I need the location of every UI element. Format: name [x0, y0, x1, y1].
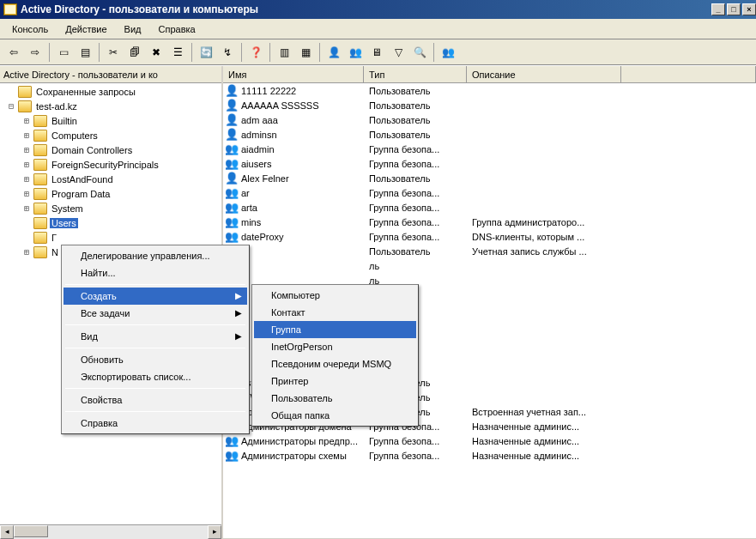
- forward-icon[interactable]: ⇨: [25, 42, 45, 63]
- tree-item[interactable]: Users: [1, 215, 221, 230]
- cell: 👥mins: [223, 215, 364, 229]
- new-dir-icon[interactable]: ▦: [295, 42, 316, 63]
- menu-item[interactable]: Справка: [64, 415, 247, 432]
- list-row[interactable]: 👥minsГруппа безопа...Группа администрато…: [223, 215, 756, 229]
- scroll-right-button[interactable]: ▸: [208, 525, 221, 539]
- menu-item[interactable]: Делегирование управления...: [64, 247, 247, 264]
- tree-item[interactable]: Сохраненные запросы: [1, 84, 221, 99]
- menu-справка[interactable]: Справка: [152, 22, 203, 36]
- group-icon: 👥: [225, 186, 239, 200]
- help-icon[interactable]: ❓: [245, 42, 266, 63]
- tree-item[interactable]: ⊞System: [1, 201, 221, 215]
- list-row[interactable]: 👤adminsnПользователь: [223, 127, 756, 142]
- cut-icon[interactable]: ✂: [103, 42, 124, 63]
- list-row[interactable]: 👤adm aaaПользователь: [223, 112, 756, 127]
- list-row[interactable]: 👥aiadminГруппа безопа...: [223, 142, 756, 156]
- new-ou-icon[interactable]: ▥: [274, 42, 294, 63]
- back-icon[interactable]: ⇦: [3, 42, 24, 63]
- menu-item[interactable]: Компьютер: [254, 287, 416, 304]
- expander-icon[interactable]: ⊞: [20, 174, 33, 184]
- copy-icon[interactable]: 🗐: [124, 42, 145, 63]
- menu-item[interactable]: Экспортировать список...: [64, 368, 247, 385]
- context-submenu-create[interactable]: КомпьютерКонтактГруппаInetOrgPersonПсевд…: [251, 284, 419, 427]
- cell: Пользователь: [364, 173, 467, 184]
- column-header[interactable]: Тип: [364, 66, 467, 82]
- cell: Группа безопа...: [364, 188, 467, 198]
- tree-item[interactable]: ⊞Program Data: [1, 186, 221, 201]
- group-icon[interactable]: 👥: [345, 42, 366, 63]
- column-header[interactable]: Имя: [223, 66, 364, 82]
- find-icon[interactable]: 🔍: [409, 42, 430, 63]
- computer-icon: 🖥: [370, 45, 384, 59]
- menu-item[interactable]: Пользователь: [254, 390, 416, 407]
- props-icon[interactable]: ☰: [167, 42, 188, 63]
- menu-item[interactable]: Принтер: [254, 372, 416, 390]
- menu-separator: [65, 324, 245, 325]
- show-tree-icon[interactable]: ▭: [53, 42, 74, 63]
- menu-item[interactable]: Вид▶: [64, 328, 247, 345]
- menu-item[interactable]: Обновить: [64, 351, 247, 368]
- expander-icon[interactable]: ⊞: [20, 203, 33, 213]
- new-ou-icon: ▥: [277, 45, 291, 59]
- separator: [99, 43, 100, 62]
- list-row[interactable]: 👥dateProxyГруппа безопа...DNS-клиенты, к…: [223, 229, 756, 244]
- computer-icon[interactable]: 🖥: [366, 42, 387, 63]
- menu-item[interactable]: Контакт: [254, 304, 416, 321]
- filter-icon[interactable]: ▽: [388, 42, 408, 63]
- scroll-left-button[interactable]: ◂: [0, 525, 14, 539]
- tree-item[interactable]: ⊞ForeignSecurityPrincipals: [1, 157, 221, 172]
- list-row[interactable]: 👤AAAAAA SSSSSSПользователь: [223, 98, 756, 112]
- tree-header[interactable]: Active Directory - пользователи и ко: [0, 66, 221, 83]
- tree-item[interactable]: ⊞Computers: [1, 128, 221, 142]
- expander-icon[interactable]: ⊞: [20, 145, 33, 154]
- menu-консоль[interactable]: Консоль: [5, 22, 55, 36]
- list-row[interactable]: 👤11111 22222Пользователь: [223, 83, 756, 98]
- list-row[interactable]: 👥artaГруппа безопа...: [223, 200, 756, 215]
- list-row[interactable]: 👥arГруппа безопа...: [223, 185, 756, 200]
- menu-действие[interactable]: Действие: [58, 22, 113, 36]
- menu-item[interactable]: Создать▶: [64, 288, 247, 305]
- expander-icon[interactable]: ⊞: [20, 247, 33, 257]
- expander-icon[interactable]: ⊟: [4, 101, 18, 111]
- context-menu[interactable]: Делегирование управления...Найти...Созда…: [61, 245, 250, 434]
- add-user-group-icon[interactable]: 👥: [438, 42, 458, 63]
- tree-item[interactable]: ⊟test-ad.kz: [1, 99, 221, 113]
- item-name: Администраторы предпр...: [241, 436, 358, 446]
- tree-item[interactable]: Г: [1, 230, 221, 245]
- delete-icon[interactable]: ✖: [146, 42, 166, 63]
- column-header[interactable]: Описание: [467, 66, 621, 82]
- list-row[interactable]: 👤Alex FelnerПользователь: [223, 171, 756, 185]
- minimize-button[interactable]: _: [711, 3, 725, 15]
- maximize-button[interactable]: □: [727, 3, 741, 15]
- list-row[interactable]: 👥aiusersГруппа безопа...: [223, 156, 756, 171]
- expander-icon[interactable]: ⊞: [20, 160, 33, 169]
- expander-icon[interactable]: ⊞: [20, 189, 33, 198]
- expander-icon[interactable]: ⊞: [20, 116, 33, 125]
- scroll-track[interactable]: [14, 525, 208, 539]
- tree-hscrollbar[interactable]: ◂ ▸: [0, 524, 221, 538]
- menu-item-label: Обновить: [81, 354, 124, 365]
- user-icon[interactable]: 👤: [324, 42, 344, 63]
- list-row[interactable]: 👥Администраторы схемыГруппа безопа...Наз…: [223, 448, 756, 463]
- menu-item[interactable]: Найти...: [64, 264, 247, 282]
- tree-item[interactable]: ⊞Builtin: [1, 113, 221, 128]
- close-button[interactable]: ×: [742, 3, 756, 15]
- tree-item[interactable]: ⊞LostAndFound: [1, 172, 221, 186]
- refresh-icon[interactable]: 🔄: [196, 42, 216, 63]
- menu-вид[interactable]: Вид: [118, 22, 148, 36]
- menu-item[interactable]: Общая папка: [254, 407, 416, 424]
- list-row[interactable]: 👥Администраторы предпр...Группа безопа..…: [223, 433, 756, 448]
- scroll-thumb[interactable]: [14, 525, 48, 537]
- menu-item[interactable]: Псевдоним очереди MSMQ: [254, 355, 416, 372]
- export-icon[interactable]: ↯: [217, 42, 238, 63]
- menu-item[interactable]: InetOrgPerson: [254, 338, 416, 355]
- tree-item[interactable]: ⊞Domain Controllers: [1, 142, 221, 157]
- properties-icon[interactable]: ▤: [75, 42, 95, 63]
- menu-item[interactable]: Свойства: [64, 391, 247, 409]
- expander-icon[interactable]: ⊞: [20, 130, 33, 140]
- menu-item[interactable]: Группа: [254, 321, 416, 338]
- list-row[interactable]: 👤ль: [223, 258, 756, 273]
- menu-item[interactable]: Все задачи▶: [64, 305, 247, 322]
- list-row[interactable]: 👤ПользовательУчетная запись службы ...: [223, 244, 756, 258]
- titlebar[interactable]: Active Directory - пользователи и компью…: [0, 0, 756, 19]
